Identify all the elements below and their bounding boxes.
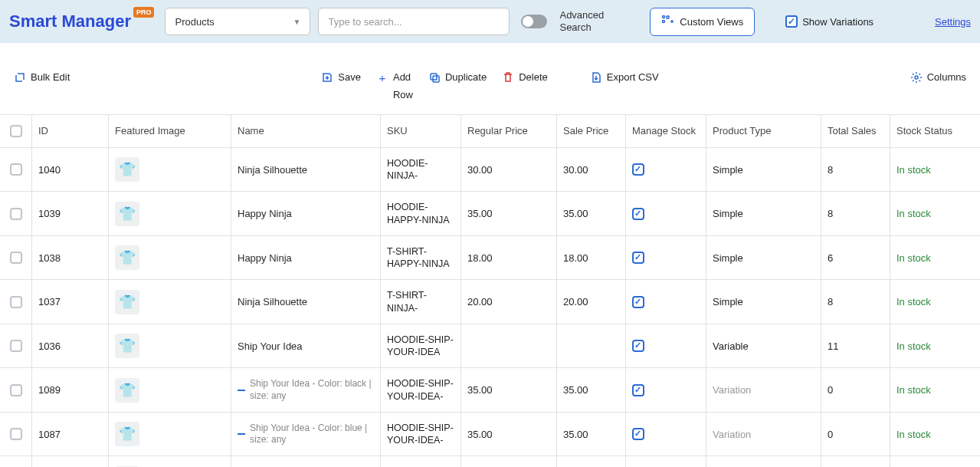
cell-sale-price[interactable]: 18.00 (557, 236, 626, 280)
cell-stock-status[interactable]: In stock (890, 192, 978, 235)
th-manage-stock[interactable]: Manage Stock (626, 115, 706, 147)
cell-manage-stock[interactable] (626, 456, 706, 467)
table-row[interactable]: 1087 👕 Ship Your Idea - Color: blue | si… (0, 413, 980, 457)
row-checkbox[interactable] (10, 340, 22, 352)
row-checkbox-cell[interactable] (0, 148, 32, 192)
manage-stock-checkbox[interactable] (632, 428, 644, 440)
cell-sku[interactable]: HOODIE-SHIP-YOUR-IDEA- (381, 413, 461, 456)
cell-total-sales[interactable]: 6 (821, 236, 890, 280)
th-id[interactable]: ID (32, 115, 109, 147)
cell-id[interactable]: 1040 (32, 148, 109, 192)
cell-id[interactable]: 1087 (32, 413, 109, 456)
cell-regular-price[interactable] (461, 324, 557, 368)
row-checkbox[interactable] (10, 296, 22, 308)
row-checkbox[interactable] (10, 428, 22, 440)
custom-views-button[interactable]: Custom Views (650, 8, 755, 36)
cell-stock-status[interactable]: In stock (890, 236, 978, 280)
th-regular-price[interactable]: Regular Price (461, 115, 557, 147)
export-csv-button[interactable]: Export CSV (590, 71, 659, 84)
row-checkbox[interactable] (10, 208, 22, 220)
cell-sku[interactable]: HOODIE-HAPPY-NINJA (381, 192, 461, 235)
cell-manage-stock[interactable] (626, 192, 706, 235)
row-checkbox-cell[interactable] (0, 324, 32, 368)
columns-button[interactable]: Columns (910, 71, 966, 84)
cell-product-type[interactable]: Variable (706, 324, 821, 368)
search-input-wrap[interactable] (318, 8, 510, 35)
cell-regular-price[interactable] (461, 456, 557, 467)
table-row[interactable]: 1039 👕 Happy Ninja HOODIE-HAPPY-NINJA 35… (0, 192, 980, 236)
row-checkbox-cell[interactable] (0, 236, 32, 280)
cell-total-sales[interactable]: 10 (821, 456, 890, 467)
cell-stock-status[interactable]: In stock (890, 413, 978, 456)
settings-link[interactable]: Settings (935, 16, 971, 28)
cell-product-type[interactable]: Simple (706, 192, 821, 235)
cell-sale-price[interactable]: 35.00 (557, 368, 626, 412)
cell-id[interactable]: 1037 (32, 280, 109, 324)
cell-name[interactable]: Ship Your Idea (231, 456, 381, 467)
th-name[interactable]: Name (231, 115, 381, 147)
cell-name[interactable]: Ninja Silhouette (231, 280, 381, 324)
cell-id[interactable]: 1036 (32, 324, 109, 368)
th-stock-status[interactable]: Stock Status (890, 115, 978, 147)
manage-stock-checkbox[interactable] (632, 296, 644, 308)
cell-total-sales[interactable]: 11 (821, 324, 890, 368)
search-input[interactable] (328, 16, 500, 28)
table-row[interactable]: 1036 👕 Ship Your Idea HOODIE-SHIP-YOUR-I… (0, 324, 980, 369)
add-row-button[interactable]: + Add Row (376, 71, 413, 102)
cell-stock-status[interactable]: In stock (890, 324, 978, 368)
table-row[interactable]: 1038 👕 Happy Ninja T-SHIRT-HAPPY-NINJA 1… (0, 236, 980, 281)
save-button[interactable]: Save (321, 71, 361, 84)
manage-stock-checkbox[interactable] (632, 252, 644, 264)
cell-product-type[interactable]: Simple (706, 148, 821, 192)
cell-featured-image[interactable]: 👕 (109, 192, 231, 235)
cell-product-type[interactable]: Simple (706, 280, 821, 324)
cell-stock-status[interactable]: In stock (890, 148, 978, 192)
row-checkbox[interactable] (10, 163, 22, 176)
cell-sku[interactable]: T-SHIRT-NINJA- (381, 280, 461, 324)
dashboard-select[interactable]: Products ▼ (165, 8, 310, 35)
row-checkbox-cell[interactable] (0, 280, 32, 324)
cell-featured-image[interactable]: 👕 (109, 324, 231, 368)
row-checkbox-cell[interactable] (0, 192, 32, 235)
select-all-checkbox[interactable] (10, 125, 22, 137)
cell-regular-price[interactable]: 35.00 (461, 413, 557, 456)
cell-regular-price[interactable]: 18.00 (461, 236, 557, 280)
manage-stock-checkbox[interactable] (632, 163, 644, 176)
cell-manage-stock[interactable] (626, 148, 706, 192)
cell-featured-image[interactable]: 👕 (109, 413, 231, 456)
cell-name[interactable]: Happy Ninja (231, 236, 381, 280)
th-featured-image[interactable]: Featured Image (109, 115, 231, 147)
cell-sale-price[interactable] (557, 456, 626, 467)
cell-manage-stock[interactable] (626, 368, 706, 412)
delete-button[interactable]: Delete (502, 71, 548, 84)
cell-stock-status[interactable]: In stock (890, 456, 978, 467)
cell-name[interactable]: Happy Ninja (231, 192, 381, 235)
cell-sku[interactable]: T-SHIRT-HAPPY-NINJA (381, 236, 461, 280)
table-row[interactable]: 1089 👕 Ship Your Idea - Color: black | s… (0, 368, 980, 413)
row-checkbox-cell[interactable] (0, 368, 32, 412)
cell-sku[interactable]: HOODIE-SHIP-YOUR-IDEA- (381, 368, 461, 412)
cell-sale-price[interactable] (557, 324, 626, 368)
cell-total-sales[interactable]: 8 (821, 148, 890, 192)
cell-sku[interactable]: HOODIE-NINJA- (381, 148, 461, 192)
cell-featured-image[interactable]: 👕 (109, 280, 231, 324)
row-checkbox[interactable] (10, 384, 22, 396)
th-product-type[interactable]: Product Type (706, 115, 821, 147)
cell-name[interactable]: Ship Your Idea - Color: black | size: an… (231, 368, 381, 412)
cell-sku[interactable]: HOODIE-SHIP-YOUR-IDEA (381, 324, 461, 368)
cell-name[interactable]: Ship Your Idea - Color: blue | size: any (231, 413, 381, 456)
bulk-edit-button[interactable]: Bulk Edit (14, 71, 70, 84)
cell-sale-price[interactable]: 30.00 (557, 148, 626, 192)
show-variations-checkbox-wrap[interactable]: Show Variations (785, 15, 873, 28)
cell-sale-price[interactable]: 35.00 (557, 192, 626, 235)
th-sku[interactable]: SKU (381, 115, 461, 147)
show-variations-checkbox[interactable] (785, 15, 798, 28)
cell-stock-status[interactable]: In stock (890, 368, 978, 412)
cell-sale-price[interactable]: 20.00 (557, 280, 626, 324)
cell-regular-price[interactable]: 35.00 (461, 368, 557, 412)
cell-sku[interactable]: T-SHIRT-SHIP-YOUR-IDEA (381, 456, 461, 467)
cell-total-sales[interactable]: 0 (821, 413, 890, 456)
cell-featured-image[interactable]: 👕 (109, 236, 231, 280)
cell-manage-stock[interactable] (626, 413, 706, 456)
cell-regular-price[interactable]: 35.00 (461, 192, 557, 235)
